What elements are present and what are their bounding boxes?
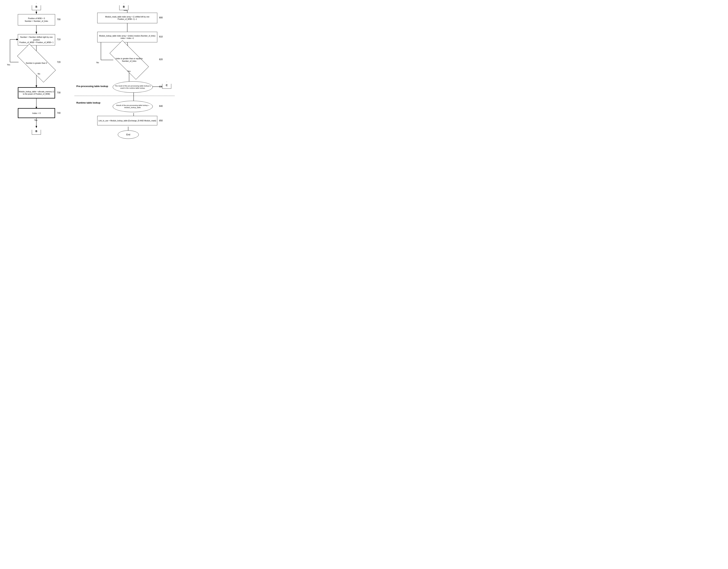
step-850: Link_to_use = Modulo_lookup_table [Excha… [97, 116, 157, 125]
step-720: Number is greater than 0 [18, 55, 55, 72]
step-730-label: 730 [57, 91, 61, 94]
step-820: Index is greater than or equal toNumber_… [111, 51, 148, 69]
step-720-label: 720 [57, 61, 61, 63]
connector-c: C [162, 82, 171, 89]
step-800: Modulo_mask_table index array = (1 shift… [97, 13, 157, 23]
step-820-label: 820 [159, 58, 163, 61]
step-730: Modulo_lookup_table = allocate_memory (2… [18, 87, 55, 99]
yes-label-740: Yes [34, 119, 37, 121]
flowchart-diagram: B Position of MSB = 0Number = Number_of_… [0, 0, 182, 142]
step-830: The result of the pre-processing table l… [113, 81, 153, 93]
runtime-label: Runtime table lookup [76, 101, 100, 104]
no-label-720: No [38, 73, 40, 75]
step-740: Index = 0 [18, 108, 55, 118]
step-710-label: 710 [57, 38, 61, 41]
preprocessing-label: Pre-processing table lookup [76, 85, 108, 88]
step-700: Position of MSB = 0Number = Number_of_li… [18, 14, 55, 25]
step-840: Result of the pre-processing table looku… [113, 101, 153, 112]
step-740-label: 740 [57, 112, 61, 114]
step-800-label: 800 [159, 16, 163, 19]
end-oval: End [118, 131, 139, 139]
connector-b-left-top: B [32, 3, 41, 10]
step-840-label: 840 [159, 105, 163, 107]
connector-b-left-bottom: B [32, 128, 41, 135]
step-810-label: 810 [159, 35, 163, 38]
dashed-separator [75, 96, 175, 96]
step-810: Modulo_lookup_table index array = (index… [97, 32, 157, 42]
step-850-label: 850 [159, 119, 163, 122]
yes-label-820: Yes [127, 70, 131, 72]
step-700-label: 700 [57, 18, 61, 21]
step-710: Number = Number shifted right by one pos… [18, 34, 55, 45]
connector-b-right-top: B [119, 3, 128, 10]
no-label-820: No [96, 61, 99, 64]
yes-label-720: Yes [7, 64, 10, 66]
